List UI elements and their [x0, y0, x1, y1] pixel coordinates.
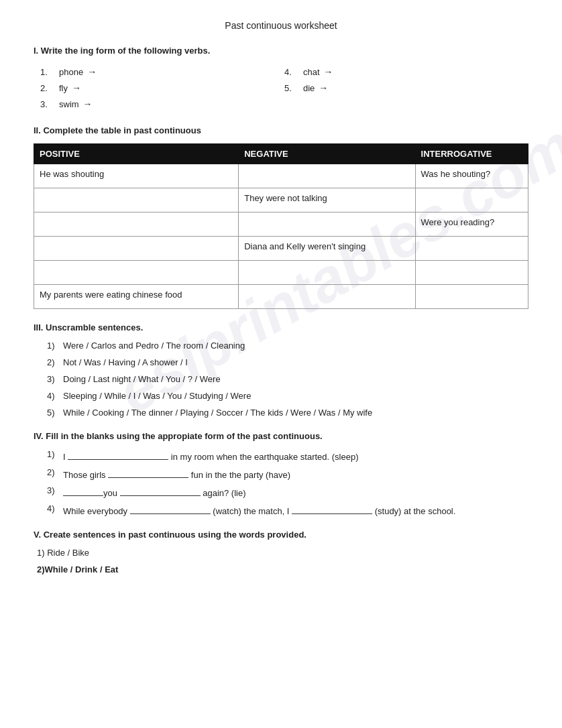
- verb-item-3: 3. swim →: [40, 96, 284, 112]
- create-list: 1) Ride / Bike 2)While / Drink / Eat: [37, 548, 528, 574]
- table-cell-interrogative-5: [415, 261, 528, 285]
- sentence-num-3: 3): [47, 374, 59, 384]
- fill-text-3: you again? (lie): [63, 485, 246, 498]
- section-1-heading: I. Write the ing form of the following v…: [34, 46, 528, 56]
- verb-num-2: 2.: [40, 83, 55, 93]
- verb-arrow-4: →: [324, 66, 333, 77]
- blank-4b[interactable]: [292, 503, 372, 514]
- sentence-item-1: 1) Were / Carlos and Pedro / The room / …: [47, 341, 528, 351]
- sentence-text-1: Were / Carlos and Pedro / The room / Cle…: [63, 341, 245, 351]
- table-cell-negative-2: They were not talking: [239, 188, 415, 213]
- page-title: Past continuous worksheet: [34, 20, 528, 31]
- sentence-item-3: 3) Doing / Last night / What / You / ? /…: [47, 374, 528, 384]
- sentence-list: 1) Were / Carlos and Pedro / The room / …: [47, 341, 528, 418]
- fill-num-2: 2): [47, 467, 59, 480]
- verb-word-3: swim: [59, 99, 79, 109]
- table-cell-positive-3: [34, 213, 239, 237]
- create-item-1: 1) Ride / Bike: [37, 548, 528, 558]
- table-cell-interrogative-2: [415, 188, 528, 213]
- table-cell-negative-1: [239, 164, 415, 188]
- fill-num-4: 4): [47, 503, 59, 516]
- table-cell-interrogative-3: Were you reading?: [415, 213, 528, 237]
- verb-item-1: 1. phone →: [40, 64, 284, 80]
- sentence-num-5: 5): [47, 408, 59, 418]
- verb-num-1: 1.: [40, 67, 55, 77]
- fill-list: 1) I in my room when the earthquake star…: [47, 449, 528, 516]
- table-cell-positive-5: [34, 261, 239, 285]
- fill-num-3: 3): [47, 485, 59, 498]
- table-cell-positive-1: He was shouting: [34, 164, 239, 188]
- verb-word-4: chat: [303, 67, 320, 77]
- sentence-num-2: 2): [47, 357, 59, 367]
- table-header-interrogative: INTERROGATIVE: [415, 144, 528, 164]
- section-3: III. Unscramble sentences. 1) Were / Car…: [34, 322, 528, 418]
- table-row: Were you reading?: [34, 213, 528, 237]
- sentence-text-5: While / Cooking / The dinner / Playing /…: [63, 408, 372, 418]
- verb-num-4: 4.: [284, 67, 299, 77]
- sentence-item-2: 2) Not / Was / Having / A shower / I: [47, 357, 528, 367]
- verb-col-right: 4. chat → 5. die →: [284, 64, 528, 112]
- blank-3b[interactable]: [120, 485, 201, 496]
- section-4-heading: IV. Fill in the blanks using the appropi…: [34, 431, 528, 441]
- sentence-num-4: 4): [47, 391, 59, 401]
- table-header-positive: POSITIVE: [34, 144, 239, 164]
- table-header-negative: NEGATIVE: [239, 144, 415, 164]
- fill-item-2: 2) Those girls fun in the the party (hav…: [47, 467, 528, 480]
- table-cell-positive-4: [34, 237, 239, 261]
- fill-item-3: 3) you again? (lie): [47, 485, 528, 498]
- verb-num-3: 3.: [40, 99, 55, 109]
- section-3-heading: III. Unscramble sentences.: [34, 322, 528, 332]
- verb-item-4: 4. chat →: [284, 64, 528, 80]
- verb-word-2: fly: [59, 83, 68, 93]
- verb-arrow-1: →: [87, 66, 97, 77]
- table-cell-interrogative-1: Was he shouting?: [415, 164, 528, 188]
- section-5: V. Create sentences in past continuous u…: [34, 530, 528, 574]
- sentence-item-5: 5) While / Cooking / The dinner / Playin…: [47, 408, 528, 418]
- verb-arrow-5: →: [319, 82, 328, 93]
- create-text-2: While / Drink / Eat: [45, 564, 119, 574]
- table-row: They were not talking: [34, 188, 528, 213]
- verb-arrow-3: →: [83, 99, 93, 109]
- table-row: He was shouting Was he shouting?: [34, 164, 528, 188]
- section-4: IV. Fill in the blanks using the appropi…: [34, 431, 528, 516]
- table-cell-negative-5: [239, 261, 415, 285]
- section-2: II. Complete the table in past continuou…: [34, 125, 528, 309]
- past-continuous-table: POSITIVE NEGATIVE INTERROGATIVE He was s…: [34, 143, 528, 309]
- section-5-heading: V. Create sentences in past continuous u…: [34, 530, 528, 540]
- blank-4a[interactable]: [130, 503, 211, 514]
- sentence-text-4: Sleeping / While / I / Was / You / Study…: [63, 391, 251, 401]
- blank-1a[interactable]: [68, 449, 168, 460]
- table-row: Diana and Kelly weren't singing: [34, 237, 528, 261]
- section-1: I. Write the ing form of the following v…: [34, 46, 528, 112]
- verb-item-2: 2. fly →: [40, 80, 284, 96]
- sentence-item-4: 4) Sleeping / While / I / Was / You / St…: [47, 391, 528, 401]
- fill-item-4: 4) While everybody (watch) the match, I …: [47, 503, 528, 516]
- create-num-2: 2): [37, 564, 45, 574]
- fill-item-1: 1) I in my room when the earthquake star…: [47, 449, 528, 462]
- verb-word-1: phone: [59, 67, 83, 77]
- blank-2a[interactable]: [108, 467, 188, 478]
- fill-text-4: While everybody (watch) the match, I (st…: [63, 503, 455, 516]
- sentence-text-3: Doing / Last night / What / You / ? / We…: [63, 374, 221, 384]
- table-cell-negative-6: [239, 285, 415, 309]
- fill-text-2: Those girls fun in the the party (have): [63, 467, 290, 480]
- table-cell-interrogative-6: [415, 285, 528, 309]
- table-cell-negative-4: Diana and Kelly weren't singing: [239, 237, 415, 261]
- blank-3a[interactable]: [63, 485, 103, 496]
- create-item-2: 2)While / Drink / Eat: [37, 564, 528, 574]
- table-cell-interrogative-4: [415, 237, 528, 261]
- verb-num-5: 5.: [284, 83, 299, 93]
- sentence-text-2: Not / Was / Having / A shower / I: [63, 357, 188, 367]
- fill-text-1: I in my room when the earthquake started…: [63, 449, 359, 462]
- verb-word-5: die: [303, 83, 315, 93]
- verb-col-left: 1. phone → 2. fly → 3. swim →: [40, 64, 284, 112]
- create-text-1: Ride / Bike: [47, 548, 89, 558]
- table-row: My parents were eating chinese food: [34, 285, 528, 309]
- section-2-heading: II. Complete the table in past continuou…: [34, 125, 528, 135]
- create-num-1: 1): [37, 548, 47, 558]
- table-cell-positive-2: [34, 188, 239, 213]
- table-cell-positive-6: My parents were eating chinese food: [34, 285, 239, 309]
- fill-num-1: 1): [47, 449, 59, 462]
- verb-item-5: 5. die →: [284, 80, 528, 96]
- verb-grid: 1. phone → 2. fly → 3. swim → 4.: [40, 64, 528, 112]
